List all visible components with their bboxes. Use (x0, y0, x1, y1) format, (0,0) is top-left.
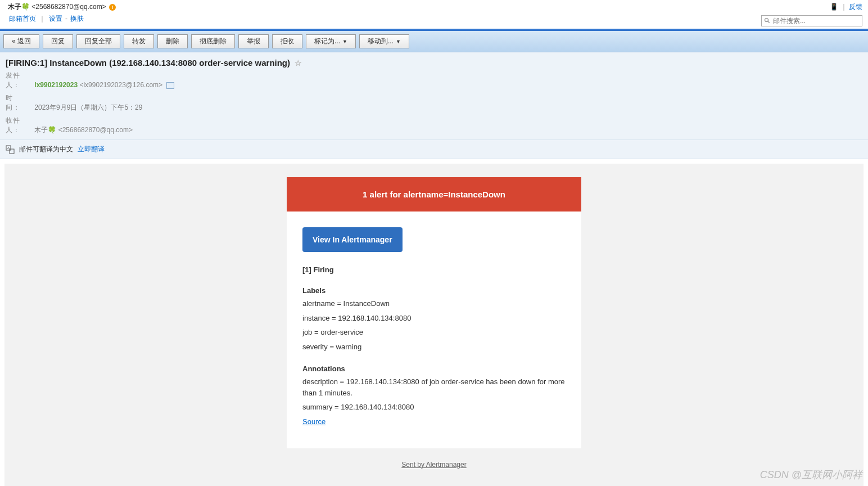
from-address: <lx9902192023@126.com> (79, 81, 162, 89)
annotations-title: Annotations (302, 364, 566, 373)
nav-skin[interactable]: 换肤 (70, 15, 84, 22)
translate-text: 邮件可翻译为中文 (19, 145, 73, 154)
translate-icon: A (6, 145, 15, 154)
header-nav: 邮箱首页 ｜ 设置 - 换肤 (8, 14, 116, 24)
chevron-down-icon: ▼ (396, 39, 401, 44)
translate-link[interactable]: 立即翻译 (78, 145, 105, 154)
svg-point-0 (765, 19, 768, 22)
chevron-down-icon: ▼ (342, 39, 347, 44)
alert-card: 1 alert for alertname=InstanceDown View … (287, 177, 581, 448)
alert-badge-icon[interactable]: ! (109, 4, 116, 11)
label-alertname: alertname = InstanceDown (302, 298, 566, 309)
reply-all-button[interactable]: 回复全部 (76, 34, 120, 48)
search-icon (764, 17, 771, 24)
mail-body: 1 alert for alertname=InstanceDown View … (4, 164, 864, 486)
contact-card-icon[interactable] (166, 82, 174, 89)
search-input[interactable] (773, 17, 860, 25)
report-button[interactable]: 举报 (238, 34, 269, 48)
time-value: 2023年9月9日（星期六）下午5：29 (34, 104, 142, 111)
separator: - (65, 15, 69, 22)
label-severity: severity = warning (302, 341, 566, 353)
reject-button[interactable]: 拒收 (272, 34, 302, 48)
mail-toolbar: « 返回 回复 回复全部 转发 删除 彻底删除 举报 拒收 标记为...▼ 移动… (0, 31, 868, 52)
delete-forever-button[interactable]: 彻底删除 (191, 34, 235, 48)
move-to-button[interactable]: 移动到...▼ (359, 34, 409, 48)
mail-header: [FIRING:1] InstanceDown (192.168.140.134… (0, 52, 868, 140)
source-link[interactable]: Source (302, 417, 326, 426)
nav-settings[interactable]: 设置 (49, 15, 62, 22)
mark-as-button[interactable]: 标记为...▼ (306, 34, 356, 48)
sent-by-link[interactable]: Sent by Alertmanager (401, 461, 466, 469)
separator: ｜ (840, 3, 847, 11)
feedback-link[interactable]: 反馈 (849, 3, 862, 11)
mobile-icon[interactable]: 📱 (830, 3, 838, 11)
label-instance: instance = 192.168.140.134:8080 (302, 313, 566, 324)
back-button[interactable]: « 返回 (3, 34, 39, 48)
search-box[interactable] (761, 15, 862, 26)
to-address: <2568682870@qq.com> (58, 126, 133, 134)
svg-text:A: A (7, 146, 10, 150)
translate-bar: A 邮件可翻译为中文 立即翻译 (0, 140, 868, 159)
separator: ｜ (39, 15, 46, 22)
view-alertmanager-button[interactable]: View In Alertmanager (302, 227, 403, 252)
to-label: 收件人： (6, 116, 33, 135)
annotation-description: description = 192.168.140.134:8080 of jo… (302, 376, 566, 398)
from-name[interactable]: lx9902192023 (34, 81, 78, 89)
svg-line-1 (768, 21, 770, 23)
annotation-summary: summary = 192.168.140.134:8080 (302, 402, 566, 413)
from-label: 发件人： (6, 71, 33, 90)
labels-title: Labels (302, 286, 566, 295)
nav-home[interactable]: 邮箱首页 (9, 15, 36, 22)
label-job: job = order-service (302, 327, 566, 338)
mail-subject: [FIRING:1] InstanceDown (192.168.140.134… (6, 58, 290, 68)
to-name: 木子🍀 (34, 126, 56, 134)
svg-rect-3 (10, 149, 14, 154)
forward-button[interactable]: 转发 (124, 34, 154, 48)
user-display-name: 木子🍀 (8, 3, 30, 11)
alert-banner: 1 alert for alertname=InstanceDown (287, 177, 581, 212)
time-label: 时 间： (6, 93, 33, 112)
reply-button[interactable]: 回复 (43, 34, 73, 48)
delete-button[interactable]: 删除 (157, 34, 188, 48)
star-icon[interactable]: ☆ (295, 58, 302, 68)
firing-heading: [1] Firing (302, 266, 566, 274)
user-email: <2568682870@qq.com> (31, 3, 106, 11)
